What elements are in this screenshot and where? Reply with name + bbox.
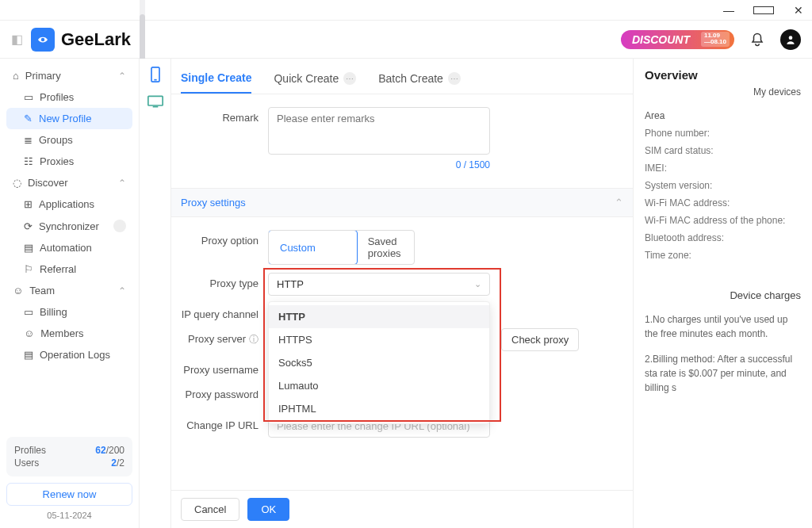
window-titlebar: — ✕ [0,0,812,21]
remark-label: Remark [181,107,268,124]
change-ip-url-label: Change IP URL [181,415,268,431]
info-imei: IMEI: [645,163,801,174]
nav-referral[interactable]: ⚐ Referral [6,258,132,280]
nav-groups[interactable]: ≣ Groups [6,129,132,151]
info-wifi: Wi-Fi MAC address: [645,197,801,209]
info-bt: Bluetooth address: [645,232,801,243]
device-charges-title: Device charges [645,289,801,301]
proxy-type-option-iphtml[interactable]: IPHTML [269,397,489,420]
app-logo: GeeLark [31,28,131,52]
overview-panel: Overview My devices Area Phone number: S… [633,59,812,528]
renew-button[interactable]: Renew now [6,483,132,506]
nav-members[interactable]: ☺ Members [6,323,132,344]
device-type-column [140,59,171,528]
remark-counter: 0 / 1500 [268,159,490,170]
info-sysver: System version: [645,180,801,191]
chevron-up-icon: ⌃ [118,285,126,297]
nav-section-primary[interactable]: ⌂ Primary⌃ [6,65,132,86]
chevron-up-icon: ⌃ [615,197,623,209]
proxy-type-dropdown: HTTP HTTPS Socks5 Lumauto IPHTML [268,301,490,424]
proxy-option-label: Proxy option [181,230,268,247]
sidebar: ⌂ Primary⌃ ▭ Profiles ✎ New Profile ≣ Gr… [0,59,140,528]
main-form: Single Create Quick Create⋯ Batch Create… [171,59,633,528]
info-wifi-phone: Wi-Fi MAC address of the phone: [645,215,801,226]
minimize-button[interactable]: — [718,4,739,17]
charges-text-1: 1.No charges until you've used up the fr… [645,312,801,341]
user-avatar[interactable] [780,29,801,50]
nav-operation-logs[interactable]: ▤ Operation Logs [6,344,132,365]
help-icon[interactable]: ⓘ [249,334,259,345]
nav-synchronizer[interactable]: ⟳ Synchronizer [6,215,132,237]
proxy-option-toggle: Custom Saved proxies [268,230,415,265]
nav-section-discover[interactable]: ◌ Discover⌃ [6,172,132,193]
proxy-server-label: Proxy serverⓘ [181,328,268,346]
sync-status-icon [113,220,126,232]
proxy-type-select[interactable]: HTTP ⌄ [268,273,490,296]
app-header: ◧ GeeLark DISCOUNT 11.09 —08.10 [0,21,812,59]
svg-point-0 [789,36,793,40]
chevron-down-icon: ⌄ [474,279,481,289]
license-date: 05-11-2024 [6,511,132,520]
info-tz: Time zone: [645,250,801,261]
discount-banner[interactable]: DISCOUNT 11.09 —08.10 [621,30,734,49]
tab-quick-create[interactable]: Quick Create⋯ [274,67,356,94]
overview-title: Overview [645,68,801,82]
check-proxy-button[interactable]: Check proxy [501,328,579,351]
mobile-device-icon[interactable] [147,67,163,82]
desktop-device-icon[interactable] [147,94,163,109]
brand-name: GeeLark [61,29,131,50]
nav-section-team[interactable]: ☺ Team⌃ [6,280,132,301]
nav-applications[interactable]: ⊞ Applications [6,193,132,215]
proxy-type-option-http[interactable]: HTTP [269,305,489,328]
svg-rect-3 [147,96,162,105]
usage-stats: Profiles62/200 Users2/2 [6,437,132,476]
form-footer: Cancel OK [171,490,633,528]
proxy-option-saved[interactable]: Saved proxies [357,231,414,264]
info-area: Area [645,110,801,121]
info-phone: Phone number: [645,128,801,139]
remark-input[interactable] [268,107,490,155]
nav-billing[interactable]: ▭ Billing [6,301,132,323]
close-button[interactable]: ✕ [788,4,809,17]
tab-batch-create[interactable]: Batch Create⋯ [378,67,461,94]
charges-text-2: 2.Billing method: After a successful sta… [645,352,801,395]
logo-icon [31,28,55,52]
proxy-username-label: Proxy username [181,359,268,376]
chevron-up-icon: ⌃ [118,178,126,189]
proxy-password-label: Proxy password [181,384,268,400]
nav-new-profile[interactable]: ✎ New Profile [6,108,132,129]
tab-badge-icon: ⋯ [448,72,461,85]
ip-query-label: IP query channel [181,304,268,320]
nav-profiles[interactable]: ▭ Profiles [6,86,132,108]
info-sim: SIM card status: [645,145,801,156]
proxy-type-option-https[interactable]: HTTPS [269,328,489,351]
create-tabs: Single Create Quick Create⋯ Batch Create… [171,59,633,94]
nav-proxies[interactable]: ☷ Proxies [6,151,132,172]
tab-single-create[interactable]: Single Create [181,67,251,94]
notifications-icon[interactable] [747,29,768,50]
proxy-option-custom[interactable]: Custom [268,230,358,265]
sidebar-toggle-icon[interactable]: ◧ [11,32,23,47]
proxy-type-label: Proxy type [181,273,268,289]
proxy-type-option-socks5[interactable]: Socks5 [269,351,489,374]
chevron-up-icon: ⌃ [118,71,126,82]
ok-button[interactable]: OK [247,498,289,521]
maximize-button[interactable] [753,4,774,17]
nav-automation[interactable]: ▤ Automation [6,237,132,258]
proxy-settings-section[interactable]: Proxy settings ⌃ [171,188,633,217]
my-devices-link[interactable]: My devices [645,86,801,98]
tab-badge-icon: ⋯ [343,72,356,85]
cancel-button[interactable]: Cancel [181,498,239,521]
proxy-type-option-lumauto[interactable]: Lumauto [269,374,489,397]
